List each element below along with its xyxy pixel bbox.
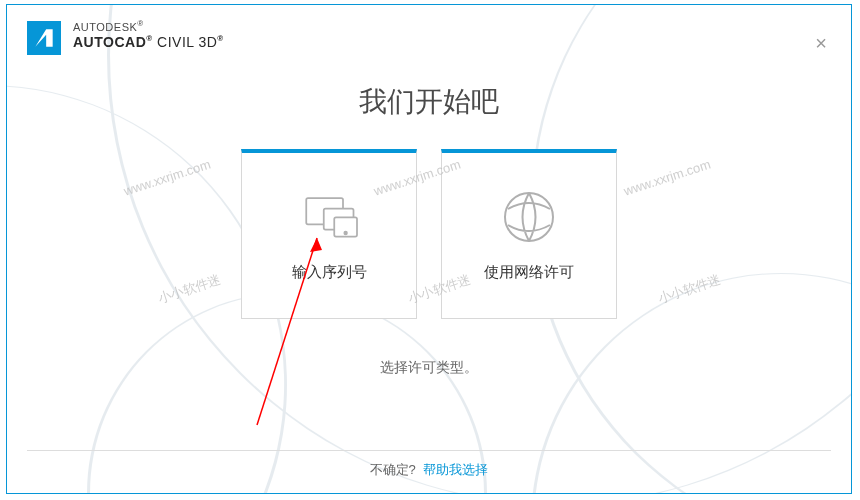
option-network-label: 使用网络许可 xyxy=(484,263,574,282)
option-serial-label: 输入序列号 xyxy=(292,263,367,282)
svg-point-4 xyxy=(505,193,553,241)
header: AUTODESK® AUTOCAD® CIVIL 3D® × xyxy=(7,5,851,65)
brand-thin: CIVIL 3D xyxy=(157,34,217,50)
option-network-license[interactable]: 使用网络许可 xyxy=(441,149,617,319)
footer: 不确定? 帮助我选择 xyxy=(7,461,851,479)
devices-icon xyxy=(294,190,364,245)
autodesk-logo xyxy=(27,21,61,55)
option-enter-serial[interactable]: 输入序列号 xyxy=(241,149,417,319)
brand-top: AUTODESK xyxy=(73,21,137,33)
close-button[interactable]: × xyxy=(815,33,827,53)
page-title: 我们开始吧 xyxy=(7,83,851,121)
divider xyxy=(27,450,831,451)
globe-icon xyxy=(494,190,564,245)
registered-icon: ® xyxy=(217,34,223,43)
main-content: 我们开始吧 输入序列号 xyxy=(7,65,851,377)
help-choose-link[interactable]: 帮助我选择 xyxy=(423,462,488,477)
svg-point-3 xyxy=(344,231,347,234)
installer-window: AUTODESK® AUTOCAD® CIVIL 3D® × 我们开始吧 xyxy=(6,4,852,494)
subtitle: 选择许可类型。 xyxy=(7,359,851,377)
license-options: 输入序列号 使用网络许可 xyxy=(7,149,851,319)
brand-text: AUTODESK® AUTOCAD® CIVIL 3D® xyxy=(73,19,224,51)
footer-question: 不确定? xyxy=(370,462,416,477)
registered-icon: ® xyxy=(146,34,152,43)
brand-bold: AUTOCAD xyxy=(73,34,146,50)
registered-icon: ® xyxy=(137,19,143,28)
